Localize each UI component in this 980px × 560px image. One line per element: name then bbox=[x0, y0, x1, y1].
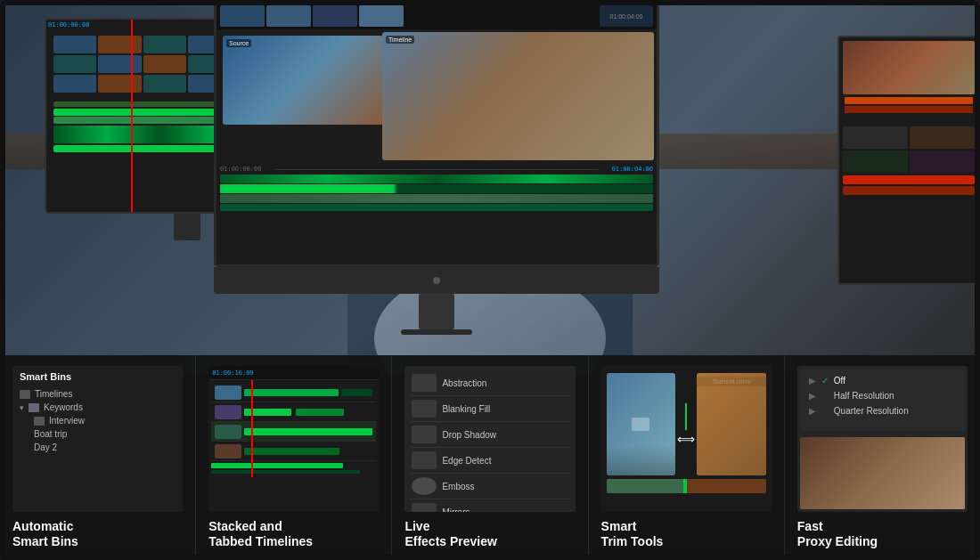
bin-item-keywords: ▾ Keywords bbox=[20, 401, 176, 414]
proxy-thumbnail bbox=[800, 437, 965, 509]
bin-item-interview: Interview bbox=[20, 414, 176, 427]
smart-bins-title: Automatic Smart Bins bbox=[12, 519, 183, 549]
effect-name-abstraction: Abstraction bbox=[442, 378, 486, 388]
bin-item-day2: Day 2 bbox=[20, 441, 176, 454]
monitor-main-stand bbox=[419, 294, 454, 329]
proxy-menu-off-label: Off bbox=[834, 376, 845, 386]
expand-icon: ▾ bbox=[20, 403, 24, 412]
proxy-menu-half-label: Half Resolution bbox=[834, 391, 894, 401]
effect-name-blanking: Blanking Fill bbox=[442, 404, 490, 414]
effect-thumb-emboss bbox=[412, 477, 437, 495]
playhead-left bbox=[131, 20, 133, 212]
proxy-menu-half: ▶ Half Resolution bbox=[807, 388, 958, 403]
arrow-icon-half: ▶ bbox=[809, 391, 816, 401]
effect-row-blanking: Blanking Fill bbox=[410, 396, 569, 422]
bin-item-label: Day 2 bbox=[34, 442, 57, 452]
check-icon-off: ✓ bbox=[821, 376, 829, 386]
bin-item-label: Timelines bbox=[35, 389, 72, 399]
panel-smart-bins: Smart Bins Timelines ▾ Keywords Intervie… bbox=[0, 355, 196, 560]
effect-name-emboss: Emboss bbox=[442, 482, 474, 491]
arrow-icon-off: ▶ bbox=[809, 376, 816, 386]
timeline-icon bbox=[20, 390, 30, 399]
effect-row-dropshadow: Drop Shadow bbox=[410, 422, 569, 448]
effect-thumb-blanking bbox=[412, 400, 437, 418]
effect-thumb-abstraction bbox=[412, 374, 437, 392]
effect-thumb-edgedetect bbox=[412, 451, 437, 469]
monitor-right-screen bbox=[837, 36, 980, 285]
live-effects-preview: Abstraction Blanking Fill Drop Shadow Ed… bbox=[404, 366, 575, 512]
effect-name-edgedetect: Edge Detect bbox=[442, 456, 491, 466]
clip-icon bbox=[34, 417, 45, 426]
smart-trim-preview: ⟺ Sunset.mov bbox=[601, 366, 772, 512]
effect-thumb-mirrors bbox=[412, 503, 437, 512]
stacked-timelines-title: Stacked and Tabbed Timelines bbox=[208, 519, 379, 549]
panel-proxy-editing: ▶ ✓ Off ▶ Half Resolution ▶ Quarte bbox=[785, 355, 980, 560]
effect-row-emboss: Emboss bbox=[410, 474, 569, 499]
timecode-display: 01:00:16:09 bbox=[212, 369, 253, 377]
proxy-editing-preview: ▶ ✓ Off ▶ Half Resolution ▶ Quarte bbox=[797, 366, 968, 512]
stacked-timelines-preview: 01:00:16:09 bbox=[208, 366, 379, 512]
effect-row-abstraction: Abstraction bbox=[410, 370, 569, 396]
monitor-stand-left bbox=[174, 214, 200, 240]
panel-smart-trim: ⟺ Sunset.mov Smart bbox=[589, 355, 785, 560]
effect-name-mirrors: Mirrors bbox=[442, 507, 470, 513]
monitor-right bbox=[837, 36, 980, 321]
smart-bins-header: Smart Bins bbox=[20, 371, 176, 382]
effect-thumb-dropshadow bbox=[412, 426, 437, 443]
bin-item-label: Keywords bbox=[44, 402, 83, 412]
live-effects-title: Live Effects Preview bbox=[404, 519, 575, 549]
main-container: 01:00:00:00 bbox=[0, 0, 980, 560]
monitor-main: 01:00:04:00 Source Timeline 01:00:00:00 bbox=[214, 0, 659, 321]
panel-live-effects: Abstraction Blanking Fill Drop Shadow Ed… bbox=[392, 355, 588, 560]
effect-row-mirrors: Mirrors bbox=[410, 499, 569, 512]
smart-trim-title: Smart Trim Tools bbox=[601, 519, 772, 549]
proxy-menu-quarter-label: Quarter Resolution bbox=[834, 406, 909, 416]
hero-background: 01:00:00:00 bbox=[0, 0, 980, 374]
bin-item-timelines: Timelines bbox=[20, 387, 176, 401]
features-bar: Smart Bins Timelines ▾ Keywords Intervie… bbox=[0, 355, 980, 560]
panel-stacked-timelines: 01:00:16:09 bbox=[196, 355, 392, 560]
bin-item-boattrip: Boat trip bbox=[20, 427, 176, 441]
bin-item-label: Interview bbox=[49, 416, 85, 426]
monitor-main-screen: 01:00:04:00 Source Timeline 01:00:00:00 bbox=[214, 0, 659, 267]
proxy-menu-quarter: ▶ Quarter Resolution bbox=[807, 403, 958, 418]
monitor-left-timecode: 01:00:00:00 bbox=[48, 21, 89, 28]
bin-item-label: Boat trip bbox=[34, 429, 67, 439]
effect-row-edgedetect: Edge Detect bbox=[410, 448, 569, 474]
effect-name-dropshadow: Drop Shadow bbox=[442, 430, 496, 440]
proxy-editing-title: Fast Proxy Editing bbox=[797, 519, 968, 549]
arrow-icon-quarter: ▶ bbox=[809, 406, 816, 416]
folder-icon bbox=[29, 403, 39, 412]
proxy-menu-off: ▶ ✓ Off bbox=[807, 373, 958, 388]
smart-bins-preview: Smart Bins Timelines ▾ Keywords Intervie… bbox=[12, 366, 183, 512]
